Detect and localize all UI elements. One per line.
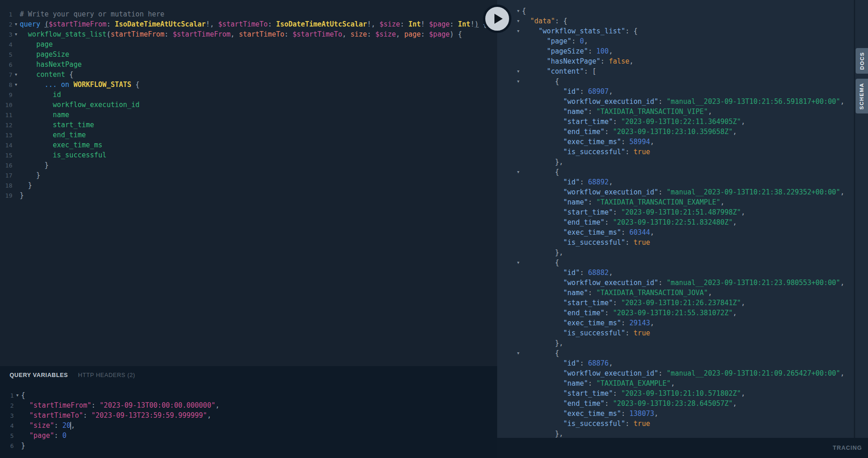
code-line: "name": "TAXIDATA_EXAMPLE", [522,378,675,388]
code-row: "start_time": "2023-09-13T10:21:51.48799… [497,207,868,217]
fold-arrow-icon[interactable]: ▾ [515,258,522,268]
tab-http-headers[interactable]: HTTP HEADERS (2) [78,372,136,378]
query-editor[interactable]: 1# Write your query or mutation here2▾qu… [0,0,497,366]
code-line[interactable]: page [20,39,53,49]
schema-tab-label: SCHEMA [859,83,865,110]
code-line[interactable]: content { [20,70,73,80]
code-line[interactable]: id [20,90,61,100]
code-row: "start_time": "2023-09-13T10:22:11.36490… [497,117,868,127]
code-line[interactable]: { [21,390,25,400]
docs-tab-label: DOCS [859,52,865,70]
line-number: 3 [0,31,12,38]
fold-arrow-icon[interactable]: ▾ [12,19,20,29]
fold-arrow-icon[interactable]: ▾ [515,16,522,26]
code-row: "start_time": "2023-09-13T10:21:26.23784… [497,298,868,308]
code-row: "id": 68892, [497,177,868,187]
code-row: 8▾ ... on WORKFLOW_STATS { [0,80,497,90]
code-line[interactable]: hasNextPage [20,59,81,70]
line-number: 2 [0,402,14,409]
code-line[interactable]: "startTimeTo": "2023-09-13T23:59:59.9999… [21,410,211,420]
fold-arrow-icon[interactable]: ▾ [515,66,522,76]
execute-button[interactable] [483,5,511,33]
tab-query-variables[interactable]: QUERY VARIABLES [10,372,68,378]
line-number: 15 [0,152,12,159]
code-line: { [522,76,559,86]
code-line[interactable]: query ($startTimeFrom: IsoDateTimeAtUtcS… [20,19,487,29]
code-row: 3 "startTimeTo": "2023-09-13T23:59:59.99… [0,410,497,420]
code-line[interactable]: } [21,441,25,451]
fold-arrow-icon[interactable]: ▾ [14,390,21,400]
code-line[interactable]: "startTimeFrom": "2023-09-13T00:00:00.00… [21,400,220,410]
fold-arrow-icon[interactable]: ▾ [515,167,522,177]
fold-arrow-icon[interactable]: ▾ [12,29,20,39]
line-number: 11 [0,112,12,119]
code-line: "data": { [522,16,567,26]
code-line[interactable]: workflow_stats_list(startTimeFrom: $star… [20,29,462,39]
code-line: "start_time": "2023-09-13T10:21:51.48799… [522,207,745,217]
tracing-bar: TRACING [497,438,868,458]
line-number: 6 [0,442,14,449]
result-viewer[interactable]: ▾{▾ "data": {▾ "workflow_stats_list": { … [497,0,868,438]
line-number: 1 [0,11,12,18]
code-row: ▾{ [497,6,868,16]
fold-arrow-icon[interactable]: ▾ [515,348,522,358]
code-line[interactable]: is_successful [20,150,107,160]
code-row: 10 workflow_execution_id [0,100,497,110]
code-line[interactable]: ... on WORKFLOW_STATS { [20,80,140,90]
fold-arrow-icon[interactable]: ▾ [515,26,522,36]
code-row: ▾ "content": [ [497,66,868,76]
fold-arrow-icon[interactable]: ▾ [515,6,522,16]
code-row: 17 } [0,170,497,180]
code-row: 5 pageSize [0,49,497,59]
code-row: "start_time": "2023-09-13T10:21:10.57180… [497,388,868,399]
code-line: "pageSize": 100, [522,46,613,56]
code-line: }, [522,157,563,167]
code-line[interactable]: exec_time_ms [20,140,103,150]
code-row: 18 } [0,180,497,190]
fold-arrow-icon[interactable]: ▾ [515,76,522,86]
code-line[interactable]: start_time [20,120,94,130]
code-row: "exec_time_ms": 138073, [497,409,868,419]
code-line: "content": [ [522,66,597,76]
code-line: "is_successful": true [522,237,650,248]
code-row: "workflow_execution_id": "manual__2023-0… [497,187,868,197]
code-line[interactable]: "size": 20, [21,420,75,431]
code-line: "workflow_execution_id": "manual__2023-0… [522,278,844,288]
code-row: ▾ "workflow_stats_list": { [497,26,868,36]
code-line: "page": 0, [522,36,588,46]
code-line[interactable]: name [20,110,69,120]
code-line: "end_time": "2023-09-13T10:23:28.645057Z… [522,399,737,409]
code-line[interactable]: end_time [20,130,86,140]
code-line[interactable]: } [20,180,32,190]
code-line[interactable]: } [20,170,40,180]
code-line[interactable]: # Write your query or mutation here [20,9,164,19]
code-row: ▾ { [497,348,868,358]
result-scrollbar-track[interactable] [854,0,855,438]
line-number: 10 [0,102,12,108]
code-line: }, [522,248,563,258]
code-line[interactable]: } [20,160,49,170]
code-line: { [522,258,559,268]
code-line[interactable]: "page": 0 [21,431,66,441]
tab-schema[interactable]: SCHEMA [856,79,868,113]
code-line[interactable]: pageSize [20,49,69,59]
variables-editor[interactable]: 1▾{2 "startTimeFrom": "2023-09-13T00:00:… [0,384,497,451]
code-row: "name": "TAXIDATA_TRANSACTION_EXAMPLE", [497,197,868,207]
play-icon [494,14,503,24]
code-row: "id": 68876, [497,358,868,368]
line-number: 6 [0,61,12,68]
code-line[interactable]: } [20,190,24,200]
code-line: "id": 68876, [522,358,613,368]
code-line: "start_time": "2023-09-13T10:21:10.57180… [522,388,745,399]
code-line[interactable]: workflow_execution_id [20,100,140,110]
code-line: "hasNextPage": false, [522,56,634,66]
code-row: "is_successful": true [497,147,868,157]
variables-header: QUERY VARIABLES HTTP HEADERS (2) [0,366,497,384]
code-row: "is_successful": true [497,328,868,338]
fold-arrow-icon[interactable]: ▾ [12,80,20,90]
tab-docs[interactable]: DOCS [856,48,868,74]
code-row: ▾ { [497,76,868,86]
code-line: "is_successful": true [522,328,650,338]
tracing-toggle[interactable]: TRACING [833,445,862,451]
fold-arrow-icon[interactable]: ▾ [12,70,20,80]
